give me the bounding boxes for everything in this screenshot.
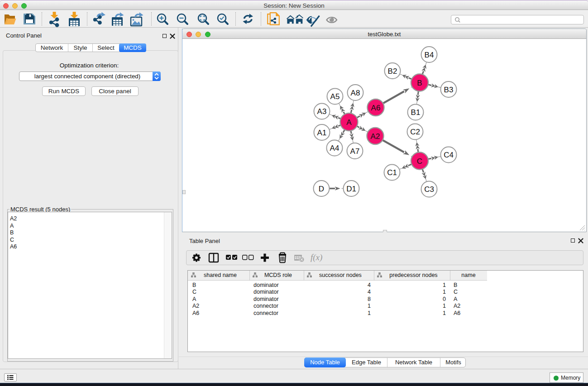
svg-text:C1: C1: [387, 168, 397, 177]
svg-text:D: D: [319, 185, 324, 193]
svg-text:A8: A8: [351, 89, 360, 97]
svg-text:C4: C4: [444, 151, 454, 159]
svg-text:C: C: [417, 157, 422, 166]
svg-text:A4: A4: [330, 144, 339, 152]
svg-text:A1: A1: [317, 129, 327, 137]
svg-text:B1: B1: [411, 108, 421, 117]
svg-text:A: A: [346, 118, 352, 127]
svg-text:B4: B4: [425, 51, 434, 59]
svg-text:A5: A5: [330, 92, 340, 101]
svg-text:C3: C3: [424, 185, 434, 194]
svg-text:A2: A2: [371, 132, 380, 141]
svg-text:C2: C2: [410, 128, 420, 136]
svg-text:A7: A7: [350, 147, 360, 156]
svg-text:A6: A6: [371, 104, 381, 112]
svg-text:B3: B3: [444, 86, 454, 94]
svg-text:D1: D1: [346, 185, 356, 193]
svg-text:B2: B2: [388, 67, 397, 76]
svg-text:f(x): f(x): [311, 253, 322, 262]
svg-text:B: B: [417, 79, 422, 87]
svg-text:A3: A3: [317, 107, 327, 116]
